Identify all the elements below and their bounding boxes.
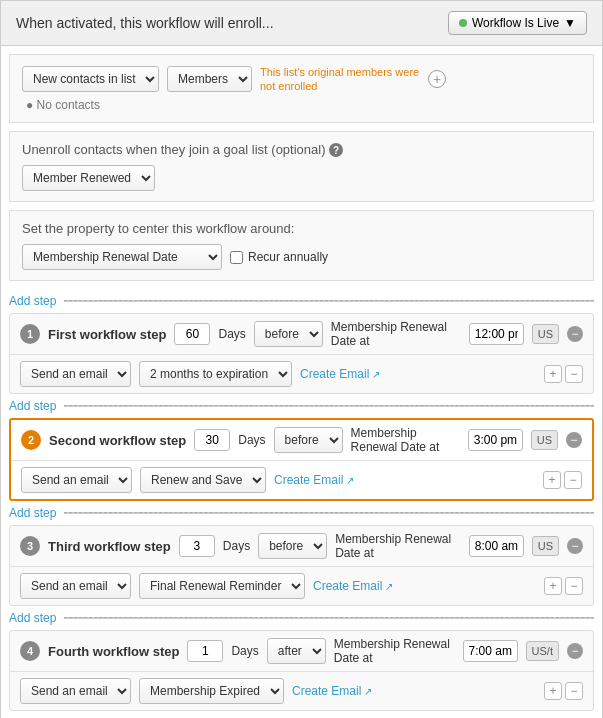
contact-type-select[interactable]: New contacts in list [22, 66, 159, 92]
step-body-2: Send an emailFinal Renewal ReminderCreat… [10, 567, 593, 605]
step-remove-button-0[interactable]: − [567, 326, 583, 342]
step-days-label-1: Days [238, 433, 265, 447]
step-time-input-0[interactable] [469, 323, 524, 345]
step-action-select-1[interactable]: Send an email [21, 467, 132, 493]
step-actions-3: +− [544, 682, 583, 700]
step-header-0: 1First workflow stepDaysbeforeMembership… [10, 314, 593, 355]
step-number-0: 1 [20, 324, 40, 344]
recur-annually-label: Recur annually [248, 250, 328, 264]
no-contacts-text: ● No contacts [26, 98, 581, 112]
step-property-label-2: Membership Renewal Date at [335, 532, 461, 560]
recur-annually-row: Recur annually [230, 250, 328, 264]
enroll-section: New contacts in list Members This list's… [9, 54, 594, 123]
step-actions-0: +− [544, 365, 583, 383]
step-up-button-0[interactable]: + [544, 365, 562, 383]
step-property-label-3: Membership Renewal Date at [334, 637, 455, 665]
enroll-note: This list's original members were not en… [260, 65, 420, 94]
step-actions-2: +− [544, 577, 583, 595]
step-remove-button-1[interactable]: − [566, 432, 582, 448]
add-step-row-2[interactable]: Add step [1, 501, 602, 525]
step-email-select-2[interactable]: Final Renewal Reminder [139, 573, 305, 599]
step-body-3: Send an emailMembership ExpiredCreate Em… [10, 672, 593, 710]
add-step-row-3[interactable]: Add step [1, 606, 602, 630]
workflow-step-3: 4Fourth workflow stepDaysafterMembership… [9, 630, 594, 711]
step-body-1: Send an emailRenew and SaveCreate Email+… [11, 461, 592, 499]
step-up-button-2[interactable]: + [544, 577, 562, 595]
step-actions-1: +− [543, 471, 582, 489]
property-label: Set the property to center this workflow… [22, 221, 581, 236]
step-direction-select-3[interactable]: after [267, 638, 326, 664]
add-step-row-final[interactable]: Add step [1, 711, 602, 718]
step-days-input-1[interactable] [194, 429, 230, 451]
workflow-step-2: 3Third workflow stepDaysbeforeMembership… [9, 525, 594, 606]
workflow-step-0: 1First workflow stepDaysbeforeMembership… [9, 313, 594, 394]
step-header-2: 3Third workflow stepDaysbeforeMembership… [10, 526, 593, 567]
add-step-row-0[interactable]: Add step [1, 289, 602, 313]
step-remove-button-2[interactable]: − [567, 538, 583, 554]
step-tz-0[interactable]: US [532, 324, 559, 344]
step-header-1: 2Second workflow stepDaysbeforeMembershi… [11, 420, 592, 461]
step-direction-select-1[interactable]: before [274, 427, 343, 453]
step-remove-button-3[interactable]: − [567, 643, 583, 659]
step-action-select-0[interactable]: Send an email [20, 361, 131, 387]
step-email-select-1[interactable]: Renew and Save [140, 467, 266, 493]
add-enroll-button[interactable]: + [428, 70, 446, 88]
step-days-input-0[interactable] [174, 323, 210, 345]
help-icon[interactable]: ? [329, 143, 343, 157]
step-days-label-0: Days [218, 327, 245, 341]
step-number-3: 4 [20, 641, 40, 661]
create-email-link-2[interactable]: Create Email [313, 579, 393, 593]
create-email-link-1[interactable]: Create Email [274, 473, 354, 487]
step-title-1: Second workflow step [49, 433, 186, 448]
step-down-button-1[interactable]: − [564, 471, 582, 489]
step-tz-3[interactable]: US/t [526, 641, 559, 661]
workflow-live-arrow: ▼ [564, 16, 576, 30]
step-email-select-0[interactable]: 2 months to expiration [139, 361, 292, 387]
step-action-select-3[interactable]: Send an email [20, 678, 131, 704]
step-property-label-0: Membership Renewal Date at [331, 320, 461, 348]
step-up-button-3[interactable]: + [544, 682, 562, 700]
step-down-button-3[interactable]: − [565, 682, 583, 700]
step-direction-select-0[interactable]: before [254, 321, 323, 347]
step-title-0: First workflow step [48, 327, 166, 342]
step-days-label-3: Days [231, 644, 258, 658]
property-select[interactable]: Membership Renewal Date [22, 244, 222, 270]
step-property-label-1: Membership Renewal Date at [351, 426, 460, 454]
unenroll-label: Unenroll contacts when they join a goal … [22, 142, 581, 158]
list-select[interactable]: Members [167, 66, 252, 92]
step-up-button-1[interactable]: + [543, 471, 561, 489]
step-title-2: Third workflow step [48, 539, 171, 554]
step-time-input-3[interactable] [463, 640, 518, 662]
header-bar: When activated, this workflow will enrol… [1, 1, 602, 46]
workflow-live-label: Workflow Is Live [472, 16, 559, 30]
step-time-input-2[interactable] [469, 535, 524, 557]
unenroll-section: Unenroll contacts when they join a goal … [9, 131, 594, 203]
step-header-3: 4Fourth workflow stepDaysafterMembership… [10, 631, 593, 672]
step-body-0: Send an email2 months to expirationCreat… [10, 355, 593, 393]
workflow-live-button[interactable]: Workflow Is Live ▼ [448, 11, 587, 35]
steps-container: Add step1First workflow stepDaysbeforeMe… [1, 289, 602, 718]
property-section: Set the property to center this workflow… [9, 210, 594, 281]
goal-list-select[interactable]: Member Renewed [22, 165, 155, 191]
step-tz-2[interactable]: US [532, 536, 559, 556]
create-email-link-0[interactable]: Create Email [300, 367, 380, 381]
step-action-select-2[interactable]: Send an email [20, 573, 131, 599]
live-dot-icon [459, 19, 467, 27]
workflow-step-1: 2Second workflow stepDaysbeforeMembershi… [9, 418, 594, 501]
create-email-link-3[interactable]: Create Email [292, 684, 372, 698]
step-title-3: Fourth workflow step [48, 644, 179, 659]
page-wrapper: When activated, this workflow will enrol… [0, 0, 603, 718]
step-number-1: 2 [21, 430, 41, 450]
step-direction-select-2[interactable]: before [258, 533, 327, 559]
step-days-input-2[interactable] [179, 535, 215, 557]
step-down-button-0[interactable]: − [565, 365, 583, 383]
step-time-input-1[interactable] [468, 429, 523, 451]
step-number-2: 3 [20, 536, 40, 556]
step-tz-1[interactable]: US [531, 430, 558, 450]
recur-annually-checkbox[interactable] [230, 251, 243, 264]
step-email-select-3[interactable]: Membership Expired [139, 678, 284, 704]
add-step-row-1[interactable]: Add step [1, 394, 602, 418]
step-days-label-2: Days [223, 539, 250, 553]
step-down-button-2[interactable]: − [565, 577, 583, 595]
step-days-input-3[interactable] [187, 640, 223, 662]
